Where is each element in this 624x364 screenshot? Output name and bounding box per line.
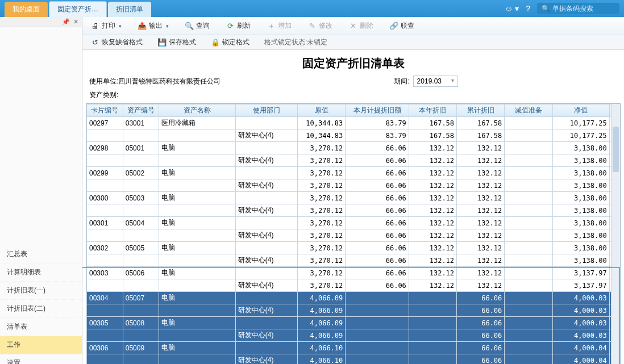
cell: 3,138.00 bbox=[552, 217, 609, 229]
cell: 10,177.25 bbox=[552, 117, 609, 129]
org-info: 使用单位:四川普锐特医药科技有限责任公司 bbox=[89, 77, 221, 86]
cell bbox=[235, 292, 297, 304]
tab-depreciation[interactable]: 固定资产折… bbox=[49, 1, 107, 17]
table-row[interactable]: 研发中心(4)3,270.1266.06132.12132.123,138.00 bbox=[87, 154, 620, 167]
cell bbox=[346, 342, 409, 354]
column-header[interactable]: 净值 bbox=[552, 104, 609, 117]
table-row[interactable]: 0030505008电脑4,066.0966.064,000.03 bbox=[87, 317, 620, 329]
cell: 03001 bbox=[123, 117, 159, 129]
help-icon[interactable]: ? bbox=[526, 4, 530, 13]
cell: 电脑 bbox=[159, 192, 235, 204]
table-row[interactable]: 研发中心(4)3,270.1266.06132.12132.123,138.00 bbox=[87, 179, 620, 192]
cell: 05008 bbox=[123, 317, 159, 329]
column-header[interactable]: 使用部门 bbox=[235, 104, 297, 117]
cell bbox=[159, 229, 235, 242]
cell bbox=[409, 292, 456, 304]
barcode-search-input[interactable] bbox=[552, 5, 615, 12]
smile-icon[interactable]: ☺ ▾ bbox=[505, 4, 519, 13]
save-format-button[interactable]: 💾保存格式 bbox=[154, 36, 199, 49]
column-header[interactable]: 原值 bbox=[298, 104, 346, 117]
table-row[interactable]: 0030005003电脑3,270.1266.06132.12132.123,1… bbox=[87, 192, 620, 204]
restore-format-button[interactable]: ↺恢复缺省格式 bbox=[87, 36, 146, 49]
cell: 3,270.12 bbox=[298, 167, 346, 179]
cell bbox=[505, 192, 552, 204]
cell: 66.06 bbox=[346, 279, 409, 292]
linked-button[interactable]: 🔗联查 bbox=[386, 19, 418, 32]
cell: 00304 bbox=[87, 292, 123, 304]
period-select[interactable]: 2019.03 bbox=[413, 76, 458, 87]
leftnav-item[interactable]: 计算明细表 bbox=[0, 263, 82, 282]
column-header[interactable]: 资产名称 bbox=[159, 104, 235, 117]
refresh-button[interactable]: ⟳刷新 bbox=[222, 19, 254, 32]
cell bbox=[235, 167, 297, 179]
cell: 66.06 bbox=[457, 304, 505, 317]
table-row[interactable]: 研发中心(4)3,270.1266.06132.12132.123,137.97 bbox=[87, 279, 620, 292]
table-row[interactable]: 研发中心(4)10,344.8383.79167.58167.5810,177.… bbox=[87, 129, 620, 142]
cell: 66.06 bbox=[346, 217, 409, 229]
scrollbar-thumb[interactable] bbox=[613, 127, 619, 172]
leftnav-item[interactable]: 汇总表 bbox=[0, 245, 82, 263]
print-button[interactable]: 🖨打印 bbox=[87, 19, 125, 32]
tab-depr-list[interactable]: 折旧清单 bbox=[108, 2, 151, 17]
cell: 电脑 bbox=[159, 317, 235, 329]
period-label: 期间: bbox=[394, 77, 409, 86]
table-row[interactable]: 研发中心(4)4,066.1066.064,000.04 bbox=[87, 354, 620, 365]
table-row[interactable]: 0030105004电脑3,270.1266.06132.12132.123,1… bbox=[87, 217, 620, 229]
delete-icon: ✕ bbox=[348, 22, 357, 31]
table-row[interactable]: 0029703001医用冷藏箱10,344.8383.79167.58167.5… bbox=[87, 117, 620, 129]
tab-desktop[interactable]: 我的桌面 bbox=[5, 2, 48, 17]
leftnav-bottom-item[interactable]: 工作 bbox=[0, 336, 82, 354]
column-header[interactable]: 资产编号 bbox=[123, 104, 159, 117]
column-header[interactable]: 本月计提折旧额 bbox=[346, 104, 409, 117]
column-header[interactable]: 减值准备 bbox=[505, 104, 552, 117]
topbar: 我的桌面 固定资产折… 折旧清单 ☺ ▾ ? 🔍 bbox=[0, 0, 624, 17]
cell: 研发中心(4) bbox=[235, 279, 297, 292]
cell bbox=[235, 192, 297, 204]
cell bbox=[235, 342, 297, 354]
table-row[interactable]: 0030305006电脑3,270.1266.06132.12132.123,1… bbox=[87, 267, 620, 279]
table-row[interactable]: 0030405007电脑4,066.0966.064,000.03 bbox=[87, 292, 620, 304]
table-row[interactable]: 研发中心(4)3,270.1266.06132.12132.123,138.00 bbox=[87, 204, 620, 217]
cell bbox=[505, 342, 552, 354]
table-row[interactable]: 0030205005电脑3,270.1266.06132.12132.123,1… bbox=[87, 242, 620, 254]
lock-status-text: 格式锁定状态:未锁定 bbox=[264, 37, 327, 47]
export-button[interactable]: 📤输出 bbox=[134, 19, 172, 32]
cell bbox=[123, 179, 159, 192]
table-row[interactable]: 0029905002电脑3,270.1266.06132.12132.123,1… bbox=[87, 167, 620, 179]
cell: 00303 bbox=[87, 267, 123, 279]
table-row[interactable]: 研发中心(4)4,066.0966.064,000.03 bbox=[87, 304, 620, 317]
vertical-scrollbar[interactable] bbox=[611, 104, 620, 364]
cell bbox=[123, 279, 159, 292]
cell: 132.12 bbox=[457, 192, 505, 204]
table-row[interactable]: 研发中心(4)3,270.1266.06132.12132.123,138.00 bbox=[87, 254, 620, 267]
cell: 66.06 bbox=[346, 254, 409, 267]
data-grid[interactable]: 卡片编号资产编号资产名称使用部门原值本月计提折旧额本年折旧累计折旧减值准备净值 … bbox=[86, 103, 621, 364]
leftnav-bottom-item[interactable]: 设置 bbox=[0, 354, 82, 364]
close-panel-icon[interactable]: ✕ bbox=[73, 18, 78, 26]
cell bbox=[123, 204, 159, 217]
cell bbox=[505, 267, 552, 279]
cell bbox=[123, 154, 159, 167]
table-row[interactable]: 研发中心(4)3,270.1266.06132.12132.123,138.00 bbox=[87, 229, 620, 242]
barcode-search[interactable]: 🔍 bbox=[537, 3, 619, 14]
query-button[interactable]: 🔍查询 bbox=[181, 19, 213, 32]
cell: 132.12 bbox=[409, 142, 456, 154]
cell: 66.06 bbox=[346, 204, 409, 217]
table-row[interactable]: 0030605009电脑4,066.1066.064,000.04 bbox=[87, 342, 620, 354]
table-row[interactable]: 研发中心(4)4,066.0966.064,000.03 bbox=[87, 329, 620, 342]
leftnav-item[interactable]: 清单表 bbox=[0, 318, 82, 336]
column-header[interactable]: 卡片编号 bbox=[87, 104, 123, 117]
cell bbox=[87, 154, 123, 167]
cell: 3,270.12 bbox=[298, 192, 346, 204]
column-header[interactable]: 本年折旧 bbox=[409, 104, 456, 117]
leftnav-item[interactable]: 计折旧表(二) bbox=[0, 300, 82, 318]
leftnav-item[interactable]: 计折旧表(一) bbox=[0, 282, 82, 300]
column-header[interactable]: 累计折旧 bbox=[457, 104, 505, 117]
cell: 132.12 bbox=[457, 154, 505, 167]
cell: 83.79 bbox=[346, 117, 409, 129]
pin-icon[interactable]: 📌 bbox=[62, 18, 70, 26]
lock-format-button[interactable]: 🔒锁定格式 bbox=[207, 36, 253, 49]
cell: 132.12 bbox=[457, 142, 505, 154]
table-row[interactable]: 0029805001电脑3,270.1266.06132.12132.123,1… bbox=[87, 142, 620, 154]
edit-icon: ✎ bbox=[307, 22, 317, 31]
